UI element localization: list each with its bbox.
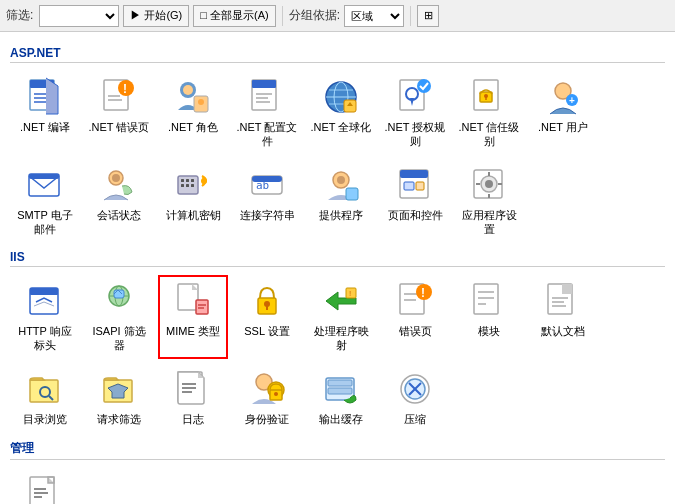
content-area: ASP.NET .NET 编译 ! .NET 错误页 .NET 角色 .NE (0, 32, 675, 504)
icon-label-net-role: .NET 角色 (168, 120, 218, 134)
filter-select[interactable] (39, 5, 119, 27)
icon-item-auth2[interactable]: 身份验证 (232, 363, 302, 432)
icon-item-net-role[interactable]: .NET 角色 (158, 71, 228, 155)
show-all-button[interactable]: □ 全部显示(A) (193, 5, 275, 27)
outputcache-icon (321, 369, 361, 409)
groupby-label: 分组依据: (289, 7, 340, 24)
icon-item-handler[interactable]: ! 处理程序映射 (306, 275, 376, 359)
svg-rect-44 (186, 184, 189, 187)
session-icon (99, 165, 139, 205)
icon-label-machinekey: 计算机密钥 (166, 208, 221, 222)
svg-point-46 (201, 178, 207, 184)
machinekey-icon (173, 165, 213, 205)
http-icon (25, 281, 65, 321)
icon-label-auth2: 身份验证 (245, 412, 289, 426)
icon-item-config-editor[interactable]: 配置编辑器 (10, 468, 80, 504)
icon-item-net-error[interactable]: ! .NET 错误页 (84, 71, 154, 155)
icon-label-module: 模块 (478, 324, 500, 338)
icon-item-net-user[interactable]: + .NET 用户 (528, 71, 598, 155)
svg-rect-55 (404, 182, 414, 190)
icon-item-net-trust[interactable]: .NET 信任级别 (454, 71, 524, 155)
defaultdoc-icon (543, 281, 583, 321)
icon-label-reqfilter: 请求筛选 (97, 412, 141, 426)
icon-label-mime: MIME 类型 (166, 324, 220, 338)
icon-label-appsettings: 应用程序设置 (458, 208, 520, 237)
svg-point-51 (337, 176, 345, 184)
icon-item-session[interactable]: 会话状态 (84, 159, 154, 243)
groupby-select[interactable]: 区域 (344, 5, 404, 27)
global-icon (321, 77, 361, 117)
svg-marker-90 (562, 284, 572, 294)
appsettings-icon (469, 165, 509, 205)
icon-label-net-auth: .NET 授权规则 (384, 120, 446, 149)
configeditor-icon (25, 474, 65, 504)
mime-icon (173, 281, 213, 321)
icon-label-smtp: SMTP 电子邮件 (14, 208, 76, 237)
icon-label-net-config: .NET 配置文件 (236, 120, 298, 149)
icon-item-errorpage[interactable]: ! 错误页 (380, 275, 450, 359)
svg-rect-72 (196, 300, 208, 314)
icon-item-provider[interactable]: 提供程序 (306, 159, 376, 243)
icon-item-module[interactable]: 模块 (454, 275, 524, 359)
svg-rect-41 (186, 179, 189, 182)
icon-item-reqfilter[interactable]: 请求筛选 (84, 363, 154, 432)
icon-item-machinekey[interactable]: 计算机密钥 (158, 159, 228, 243)
svg-rect-85 (474, 284, 498, 314)
icon-item-net-global[interactable]: .NET 全球化 (306, 71, 376, 155)
icon-item-pagecontrol[interactable]: 页面和控件 (380, 159, 450, 243)
icon-item-ssl[interactable]: SSL 设置 (232, 275, 302, 359)
section-header-mgmt: 管理 (10, 440, 665, 460)
icon-item-http-response[interactable]: HTTP 响应标头 (10, 275, 80, 359)
icon-item-net-compile[interactable]: .NET 编译 (10, 71, 80, 155)
svg-text:!: ! (123, 82, 127, 96)
pagecontrol-icon (395, 165, 435, 205)
icon-item-appsettings[interactable]: 应用程序设置 (454, 159, 524, 243)
svg-point-27 (417, 79, 431, 93)
error-icon: ! (99, 77, 139, 117)
svg-rect-94 (30, 380, 58, 402)
icon-item-smtp[interactable]: SMTP 电子邮件 (10, 159, 80, 243)
icon-item-log[interactable]: 日志 (158, 363, 228, 432)
icon-label-net-global: .NET 全球化 (311, 120, 372, 134)
user-icon: + (543, 77, 583, 117)
section-header-iis: IIS (10, 250, 665, 267)
start-button[interactable]: ▶ 开始(G) (123, 5, 189, 27)
icon-item-default-doc[interactable]: 默认文档 (528, 275, 598, 359)
icon-label-output-cache: 输出缓存 (319, 412, 363, 426)
icon-label-provider: 提供程序 (319, 208, 363, 222)
icon-item-connstring[interactable]: ab 连接字符串 (232, 159, 302, 243)
icon-item-net-config[interactable]: .NET 配置文件 (232, 71, 302, 155)
icon-item-dirbrowse[interactable]: 目录浏览 (10, 363, 80, 432)
svg-text:!: ! (421, 286, 425, 300)
svg-rect-65 (30, 288, 58, 295)
dirbrowse-icon (25, 369, 65, 409)
icon-label-log: 日志 (182, 412, 204, 426)
svg-rect-56 (416, 182, 424, 190)
section-header-aspnet: ASP.NET (10, 46, 665, 63)
svg-rect-108 (328, 380, 352, 386)
svg-rect-62 (476, 183, 480, 185)
reqfilter-icon (99, 369, 139, 409)
svg-text:+: + (569, 95, 575, 106)
view-toggle-button[interactable]: ⊞ (417, 5, 439, 27)
auth-icon (395, 77, 435, 117)
icon-item-net-auth[interactable]: .NET 授权规则 (380, 71, 450, 155)
log-icon (173, 369, 213, 409)
svg-rect-42 (191, 179, 194, 182)
module-icon (469, 281, 509, 321)
connstring-icon: ab (247, 165, 287, 205)
icon-item-isapi[interactable]: ISAPI 筛选器 (84, 275, 154, 359)
icon-item-compress[interactable]: 压缩 (380, 363, 450, 432)
svg-rect-52 (346, 188, 358, 200)
icon-item-mime[interactable]: MIME 类型 (158, 275, 228, 359)
svg-point-106 (274, 392, 278, 396)
config-icon (247, 77, 287, 117)
icon-label-net-compile: .NET 编译 (20, 120, 70, 134)
filter-label: 筛选: (6, 7, 33, 24)
icon-label-errorpage: 错误页 (399, 324, 432, 338)
icon-label-net-error: .NET 错误页 (89, 120, 150, 134)
icon-item-output-cache[interactable]: 输出缓存 (306, 363, 376, 432)
icon-label-connstring: 连接字符串 (240, 208, 295, 222)
icon-label-compress: 压缩 (404, 412, 426, 426)
icon-label-default-doc: 默认文档 (541, 324, 585, 338)
